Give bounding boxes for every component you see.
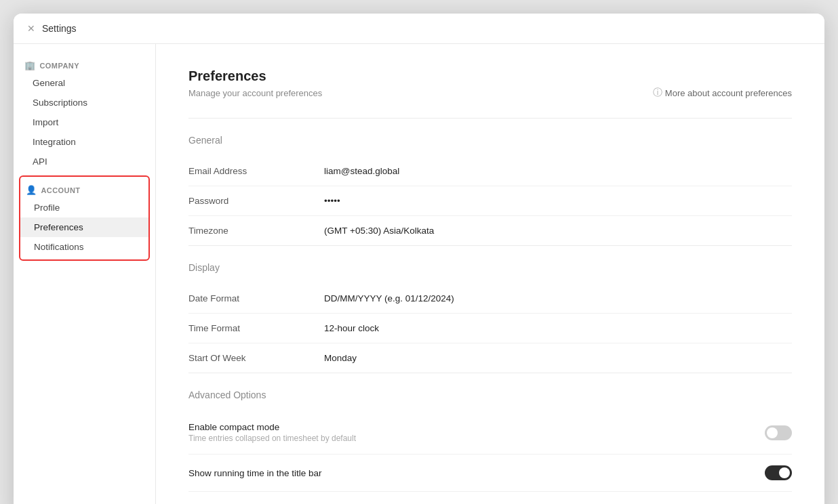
compact-mode-label-group: Enable compact mode Time entries collaps…	[188, 422, 356, 443]
compact-mode-sublabel: Time entries collapsed on timesheet by d…	[188, 434, 356, 443]
email-value: liam@stead.global	[324, 166, 399, 176]
timezone-field-row: Timezone (GMT +05:30) Asia/Kolkata	[188, 216, 792, 245]
sidebar-item-general[interactable]: General	[14, 73, 155, 93]
sidebar-item-notifications[interactable]: Notifications	[20, 237, 148, 257]
compact-mode-label: Enable compact mode	[188, 422, 356, 432]
sidebar-item-subscriptions[interactable]: Subscriptions	[14, 93, 155, 112]
password-value: •••••	[324, 196, 340, 206]
running-time-label: Show running time in the title bar	[188, 468, 322, 478]
start-of-week-field-row: Start Of Week Monday	[188, 343, 792, 373]
close-icon[interactable]: ✕	[27, 23, 35, 34]
start-of-week-label: Start Of Week	[188, 353, 324, 363]
account-section-label: 👤 ACCOUNT	[20, 180, 148, 198]
sidebar-item-profile[interactable]: Profile	[20, 198, 148, 217]
info-icon: ⓘ	[653, 87, 662, 99]
general-divider	[188, 245, 792, 246]
timezone-label: Timezone	[188, 226, 324, 236]
compact-mode-toggle[interactable]	[765, 425, 792, 440]
compact-mode-toggle-knob	[767, 427, 778, 438]
page-subtitle-row: Manage your account preferences ⓘ More a…	[188, 87, 792, 99]
header-divider	[188, 118, 792, 119]
content-area: 🏢 COMPANY General Subscriptions Import I…	[14, 44, 824, 504]
time-format-field-row: Time Format 12-hour clock	[188, 314, 792, 343]
running-time-row: Show running time in the title bar	[188, 455, 792, 492]
page-title: Preferences	[188, 68, 792, 84]
sidebar-item-preferences[interactable]: Preferences	[20, 217, 148, 237]
sidebar-item-import[interactable]: Import	[14, 112, 155, 132]
main-content: Preferences Manage your account preferen…	[156, 44, 824, 504]
date-format-field-row: Date Format DD/MM/YYYY (e.g. 01/12/2024)	[188, 284, 792, 314]
title-bar: ✕ Settings	[14, 14, 824, 44]
sidebar-item-integration[interactable]: Integration	[14, 132, 155, 152]
company-section-label: 🏢 COMPANY	[14, 55, 155, 73]
account-icon: 👤	[26, 185, 37, 195]
email-label: Email Address	[188, 166, 324, 176]
password-field-row: Password •••••	[188, 186, 792, 216]
sidebar: 🏢 COMPANY General Subscriptions Import I…	[14, 44, 156, 504]
account-section: 👤 ACCOUNT Profile Preferences Notificati…	[19, 175, 150, 261]
running-time-toggle[interactable]	[765, 465, 792, 480]
page-header: Preferences Manage your account preferen…	[188, 68, 792, 99]
general-section: General Email Address liam@stead.global …	[188, 135, 792, 245]
more-about-link[interactable]: ⓘ More about account preferences	[653, 87, 792, 99]
time-format-value: 12-hour clock	[324, 323, 379, 333]
window-title: Settings	[42, 23, 77, 34]
email-field-row: Email Address liam@stead.global	[188, 156, 792, 186]
password-label: Password	[188, 196, 324, 206]
date-format-label: Date Format	[188, 293, 324, 303]
display-divider	[188, 373, 792, 373]
running-time-toggle-knob	[779, 467, 790, 478]
start-of-week-value: Monday	[324, 353, 357, 363]
time-format-label: Time Format	[188, 323, 324, 333]
company-section: 🏢 COMPANY General Subscriptions Import I…	[14, 55, 155, 171]
general-section-title: General	[188, 135, 792, 146]
advanced-section-title: Advanced Options	[188, 390, 792, 400]
running-time-label-group: Show running time in the title bar	[188, 468, 322, 478]
advanced-section: Advanced Options Enable compact mode Tim…	[188, 390, 792, 492]
date-format-value: DD/MM/YYYY (e.g. 01/12/2024)	[324, 293, 454, 303]
timezone-value: (GMT +05:30) Asia/Kolkata	[324, 226, 434, 236]
display-section: Display Date Format DD/MM/YYYY (e.g. 01/…	[188, 262, 792, 373]
settings-window: ✕ Settings 🏢 COMPANY General Subscriptio…	[14, 14, 824, 504]
display-section-title: Display	[188, 262, 792, 273]
page-subtitle: Manage your account preferences	[188, 88, 322, 98]
sidebar-item-api[interactable]: API	[14, 152, 155, 171]
building-icon: 🏢	[24, 60, 35, 70]
compact-mode-row: Enable compact mode Time entries collaps…	[188, 411, 792, 455]
